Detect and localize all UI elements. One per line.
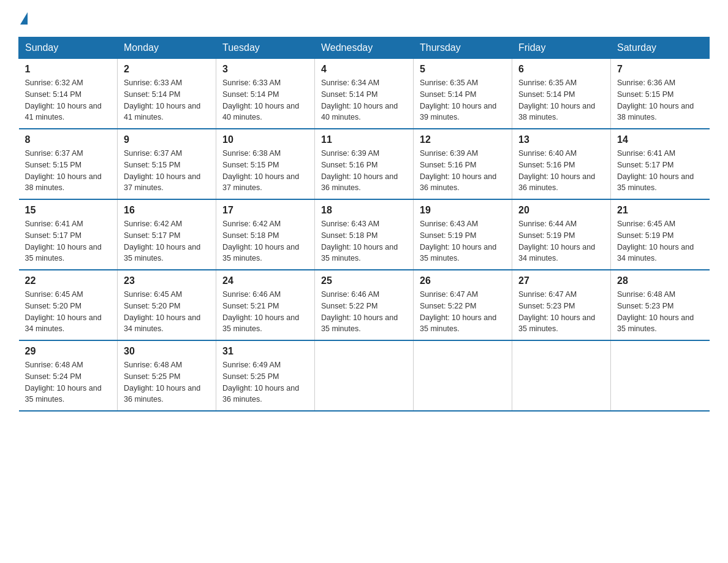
weekday-header-tuesday: Tuesday — [216, 37, 315, 59]
day-number: 27 — [518, 275, 604, 286]
calendar-cell: 13 Sunrise: 6:40 AM Sunset: 5:16 PM Dayl… — [512, 129, 611, 199]
calendar-week-row: 15 Sunrise: 6:41 AM Sunset: 5:17 PM Dayl… — [19, 199, 710, 270]
day-number: 31 — [222, 346, 308, 357]
calendar-cell — [414, 340, 512, 411]
calendar-cell: 27 Sunrise: 6:47 AM Sunset: 5:23 PM Dayl… — [512, 270, 611, 340]
day-info: Sunrise: 6:47 AM Sunset: 5:23 PM Dayligh… — [518, 289, 604, 335]
day-info: Sunrise: 6:48 AM Sunset: 5:25 PM Dayligh… — [124, 359, 210, 405]
calendar-cell — [611, 340, 710, 411]
calendar-cell: 5 Sunrise: 6:35 AM Sunset: 5:14 PM Dayli… — [414, 59, 512, 129]
calendar-cell: 11 Sunrise: 6:39 AM Sunset: 5:16 PM Dayl… — [315, 129, 414, 199]
day-number: 16 — [124, 205, 210, 216]
day-number: 9 — [124, 134, 210, 145]
calendar-cell: 23 Sunrise: 6:45 AM Sunset: 5:20 PM Dayl… — [118, 270, 216, 340]
day-info: Sunrise: 6:39 AM Sunset: 5:16 PM Dayligh… — [420, 148, 506, 194]
day-number: 18 — [321, 205, 407, 216]
calendar-cell: 24 Sunrise: 6:46 AM Sunset: 5:21 PM Dayl… — [216, 270, 315, 340]
day-number: 14 — [617, 134, 703, 145]
day-info: Sunrise: 6:45 AM Sunset: 5:19 PM Dayligh… — [617, 218, 703, 264]
calendar-cell: 2 Sunrise: 6:33 AM Sunset: 5:14 PM Dayli… — [118, 59, 216, 129]
calendar-cell: 20 Sunrise: 6:44 AM Sunset: 5:19 PM Dayl… — [512, 199, 611, 270]
calendar-table: SundayMondayTuesdayWednesdayThursdayFrid… — [18, 37, 710, 412]
day-info: Sunrise: 6:45 AM Sunset: 5:20 PM Dayligh… — [25, 289, 112, 335]
calendar-body: 1 Sunrise: 6:32 AM Sunset: 5:14 PM Dayli… — [19, 59, 710, 412]
day-info: Sunrise: 6:45 AM Sunset: 5:20 PM Dayligh… — [124, 289, 210, 335]
calendar-header: SundayMondayTuesdayWednesdayThursdayFrid… — [19, 37, 710, 59]
day-number: 26 — [420, 275, 506, 286]
day-number: 11 — [321, 134, 407, 145]
calendar-week-row: 29 Sunrise: 6:48 AM Sunset: 5:24 PM Dayl… — [19, 340, 710, 411]
day-info: Sunrise: 6:35 AM Sunset: 5:14 PM Dayligh… — [518, 77, 604, 123]
day-number: 19 — [420, 205, 506, 216]
day-info: Sunrise: 6:41 AM Sunset: 5:17 PM Dayligh… — [617, 148, 703, 194]
day-number: 29 — [25, 346, 112, 357]
calendar-cell: 22 Sunrise: 6:45 AM Sunset: 5:20 PM Dayl… — [19, 270, 118, 340]
calendar-cell: 9 Sunrise: 6:37 AM Sunset: 5:15 PM Dayli… — [118, 129, 216, 199]
day-info: Sunrise: 6:37 AM Sunset: 5:15 PM Dayligh… — [124, 148, 210, 194]
weekday-header-saturday: Saturday — [611, 37, 710, 59]
calendar-cell: 18 Sunrise: 6:43 AM Sunset: 5:18 PM Dayl… — [315, 199, 414, 270]
day-info: Sunrise: 6:33 AM Sunset: 5:14 PM Dayligh… — [222, 77, 308, 123]
calendar-cell: 1 Sunrise: 6:32 AM Sunset: 5:14 PM Dayli… — [19, 59, 118, 129]
day-number: 22 — [25, 275, 112, 286]
calendar-cell: 8 Sunrise: 6:37 AM Sunset: 5:15 PM Dayli… — [19, 129, 118, 199]
day-info: Sunrise: 6:44 AM Sunset: 5:19 PM Dayligh… — [518, 218, 604, 264]
logo — [18, 12, 29, 25]
day-number: 15 — [25, 205, 112, 216]
day-number: 17 — [222, 205, 308, 216]
day-info: Sunrise: 6:41 AM Sunset: 5:17 PM Dayligh… — [25, 218, 112, 264]
calendar-cell: 19 Sunrise: 6:43 AM Sunset: 5:19 PM Dayl… — [414, 199, 512, 270]
calendar-cell: 30 Sunrise: 6:48 AM Sunset: 5:25 PM Dayl… — [118, 340, 216, 411]
day-number: 23 — [124, 275, 210, 286]
weekday-header-monday: Monday — [118, 37, 216, 59]
day-number: 7 — [617, 64, 703, 75]
weekday-header-thursday: Thursday — [414, 37, 512, 59]
day-info: Sunrise: 6:33 AM Sunset: 5:14 PM Dayligh… — [124, 77, 210, 123]
day-info: Sunrise: 6:43 AM Sunset: 5:18 PM Dayligh… — [321, 218, 407, 264]
day-info: Sunrise: 6:46 AM Sunset: 5:21 PM Dayligh… — [222, 289, 308, 335]
day-info: Sunrise: 6:34 AM Sunset: 5:14 PM Dayligh… — [321, 77, 407, 123]
calendar-cell — [512, 340, 611, 411]
day-number: 10 — [222, 134, 308, 145]
calendar-cell: 15 Sunrise: 6:41 AM Sunset: 5:17 PM Dayl… — [19, 199, 118, 270]
calendar-cell: 26 Sunrise: 6:47 AM Sunset: 5:22 PM Dayl… — [414, 270, 512, 340]
day-number: 4 — [321, 64, 407, 75]
day-info: Sunrise: 6:35 AM Sunset: 5:14 PM Dayligh… — [420, 77, 506, 123]
calendar-cell: 21 Sunrise: 6:45 AM Sunset: 5:19 PM Dayl… — [611, 199, 710, 270]
day-info: Sunrise: 6:43 AM Sunset: 5:19 PM Dayligh… — [420, 218, 506, 264]
calendar-week-row: 1 Sunrise: 6:32 AM Sunset: 5:14 PM Dayli… — [19, 59, 710, 129]
weekday-header-wednesday: Wednesday — [315, 37, 414, 59]
calendar-cell: 29 Sunrise: 6:48 AM Sunset: 5:24 PM Dayl… — [19, 340, 118, 411]
calendar-cell: 6 Sunrise: 6:35 AM Sunset: 5:14 PM Dayli… — [512, 59, 611, 129]
day-info: Sunrise: 6:47 AM Sunset: 5:22 PM Dayligh… — [420, 289, 506, 335]
page-header — [18, 12, 710, 25]
day-number: 30 — [124, 346, 210, 357]
calendar-cell: 31 Sunrise: 6:49 AM Sunset: 5:25 PM Dayl… — [216, 340, 315, 411]
day-info: Sunrise: 6:37 AM Sunset: 5:15 PM Dayligh… — [25, 148, 112, 194]
day-info: Sunrise: 6:46 AM Sunset: 5:22 PM Dayligh… — [321, 289, 407, 335]
calendar-cell: 7 Sunrise: 6:36 AM Sunset: 5:15 PM Dayli… — [611, 59, 710, 129]
day-info: Sunrise: 6:48 AM Sunset: 5:24 PM Dayligh… — [25, 359, 112, 405]
day-info: Sunrise: 6:49 AM Sunset: 5:25 PM Dayligh… — [222, 359, 308, 405]
day-info: Sunrise: 6:32 AM Sunset: 5:14 PM Dayligh… — [25, 77, 112, 123]
day-number: 5 — [420, 64, 506, 75]
day-number: 2 — [124, 64, 210, 75]
calendar-cell: 17 Sunrise: 6:42 AM Sunset: 5:18 PM Dayl… — [216, 199, 315, 270]
day-number: 6 — [518, 64, 604, 75]
day-info: Sunrise: 6:42 AM Sunset: 5:18 PM Dayligh… — [222, 218, 308, 264]
day-info: Sunrise: 6:39 AM Sunset: 5:16 PM Dayligh… — [321, 148, 407, 194]
day-number: 24 — [222, 275, 308, 286]
calendar-cell — [315, 340, 414, 411]
weekday-header-sunday: Sunday — [19, 37, 118, 59]
calendar-cell: 4 Sunrise: 6:34 AM Sunset: 5:14 PM Dayli… — [315, 59, 414, 129]
calendar-cell: 10 Sunrise: 6:38 AM Sunset: 5:15 PM Dayl… — [216, 129, 315, 199]
day-number: 21 — [617, 205, 703, 216]
day-number: 25 — [321, 275, 407, 286]
calendar-cell: 25 Sunrise: 6:46 AM Sunset: 5:22 PM Dayl… — [315, 270, 414, 340]
calendar-cell: 16 Sunrise: 6:42 AM Sunset: 5:17 PM Dayl… — [118, 199, 216, 270]
calendar-week-row: 22 Sunrise: 6:45 AM Sunset: 5:20 PM Dayl… — [19, 270, 710, 340]
day-number: 20 — [518, 205, 604, 216]
calendar-cell: 28 Sunrise: 6:48 AM Sunset: 5:23 PM Dayl… — [611, 270, 710, 340]
day-number: 8 — [25, 134, 112, 145]
day-info: Sunrise: 6:40 AM Sunset: 5:16 PM Dayligh… — [518, 148, 604, 194]
